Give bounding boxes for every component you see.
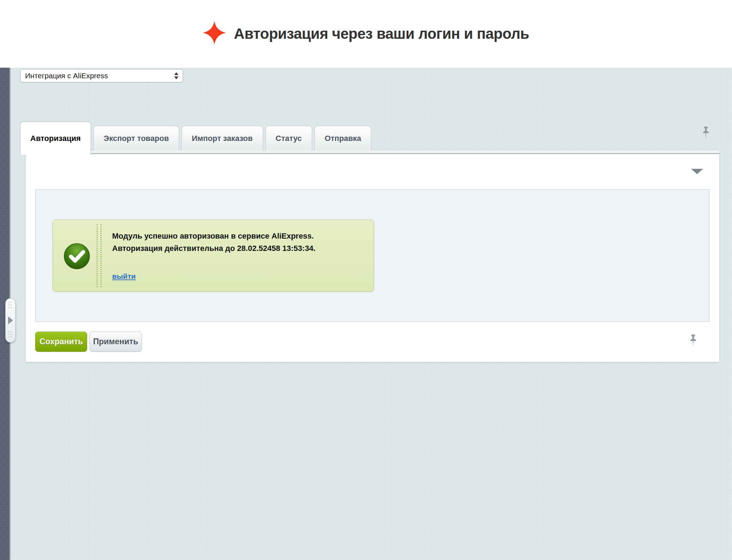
tab-status[interactable]: Статус	[266, 126, 312, 150]
tab-export-products[interactable]: Экспорт товаров	[93, 126, 179, 150]
grip-dots	[8, 302, 13, 309]
module-select[interactable]: Интеграция с AliExpress	[20, 69, 183, 82]
collapse-section-icon[interactable]	[691, 169, 703, 174]
tab-import-orders[interactable]: Импорт заказов	[182, 126, 263, 150]
workspace: Интеграция с AliExpress Авторизация Эксп…	[0, 68, 732, 560]
expand-arrow-icon	[8, 316, 13, 324]
authorization-section: Модуль успешно авторизован в сервисе Ali…	[35, 189, 709, 322]
tab-content-panel: Модуль успешно авторизован в сервисе Ali…	[26, 150, 719, 362]
module-select-value: Интеграция с AliExpress	[20, 72, 174, 80]
page-header: Авторизация через ваши логин и пароль	[0, 0, 732, 68]
success-message-text: Модуль успешно авторизован в сервисе Ali…	[112, 230, 362, 254]
sparkle-star-icon	[203, 20, 226, 45]
page: Авторизация через ваши логин и пароль Ин…	[0, 0, 732, 560]
tab-authorization[interactable]: Авторизация	[20, 122, 91, 155]
logout-link[interactable]: выйти	[112, 272, 136, 281]
tab-bar: Авторизация Экспорт товаров Импорт заказ…	[20, 122, 374, 155]
apply-button[interactable]: Применить	[90, 332, 142, 352]
success-message-line2: Авторизация действительна до 28.02.52458…	[112, 242, 362, 254]
grip-dots	[8, 331, 13, 339]
pushpin-icon[interactable]	[689, 334, 697, 350]
save-button[interactable]: Сохранить	[35, 332, 87, 352]
tab-shipping[interactable]: Отправка	[315, 126, 372, 150]
sidebar-expand-handle[interactable]	[5, 298, 16, 343]
success-message-line1: Модуль успешно авторизован в сервисе Ali…	[112, 230, 362, 242]
page-title: Авторизация через ваши логин и пароль	[234, 25, 529, 42]
pushpin-icon[interactable]	[702, 126, 710, 142]
success-check-icon	[63, 243, 90, 270]
success-message-box: Модуль успешно авторизован в сервисе Ali…	[53, 220, 374, 292]
action-buttons: Сохранить Применить	[35, 332, 142, 352]
select-stepper-icon	[174, 72, 178, 79]
dotted-divider	[97, 224, 102, 287]
